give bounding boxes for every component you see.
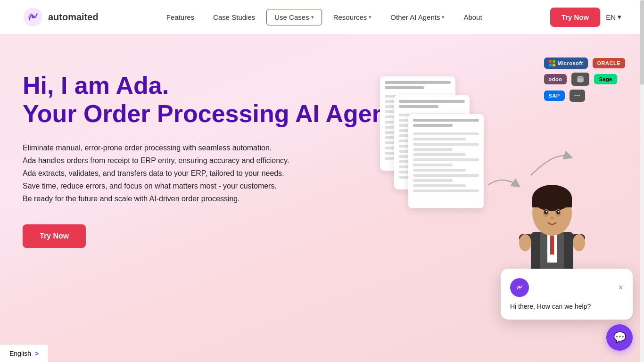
hero-title: Hi, I am Ada. Your Order Processing AI A… xyxy=(23,72,409,128)
chat-widget: 💬 xyxy=(606,324,633,351)
svg-point-1 xyxy=(32,16,34,18)
nav-resources[interactable]: Resources ▾ xyxy=(326,9,380,25)
logo-text: automaited xyxy=(48,12,99,23)
odoo-badge: odoo xyxy=(544,74,567,84)
db-badge xyxy=(571,73,589,86)
resources-chevron-icon: ▾ xyxy=(369,14,372,20)
use-cases-chevron-icon: ▾ xyxy=(311,14,314,20)
nav-other-ai-agents[interactable]: Other AI Agents ▾ xyxy=(383,9,452,25)
flow-arrow-icon xyxy=(484,171,521,199)
svg-rect-2 xyxy=(549,60,552,63)
language-chevron-icon[interactable]: > xyxy=(35,350,39,357)
hero-content: Hi, I am Ada. Your Order Processing AI A… xyxy=(23,62,409,248)
erp-logos-container: Microsoft ORACLE odoo Sage xyxy=(544,58,625,102)
svg-point-30 xyxy=(519,287,520,288)
nav-features[interactable]: Features xyxy=(159,9,202,25)
chat-popup: × Hi there, How can we help? xyxy=(501,269,633,320)
doc-card-3 xyxy=(408,114,484,208)
chat-popup-avatar xyxy=(510,278,529,297)
navbar: automaited Features Case Studies Use Cas… xyxy=(0,0,644,34)
svg-point-23 xyxy=(558,211,560,213)
nav-about[interactable]: About xyxy=(456,9,489,25)
chat-icon: 💬 xyxy=(613,331,626,344)
other-ai-agents-chevron-icon: ▾ xyxy=(442,14,445,20)
more-erp-badge: ··· xyxy=(570,90,585,102)
svg-rect-17 xyxy=(532,198,572,207)
logo-icon xyxy=(23,7,43,27)
bullet-5: Be ready for the future and scale with A… xyxy=(23,192,409,205)
bullet-1: Eliminate manual, error-prone order proc… xyxy=(23,141,409,154)
hero-illustration: Microsoft ORACLE odoo Sage xyxy=(380,48,625,293)
svg-point-24 xyxy=(550,216,554,219)
bullet-3: Ada extracts, validates, and transfers d… xyxy=(23,167,409,180)
microsoft-badge: Microsoft xyxy=(544,58,588,69)
svg-point-10 xyxy=(577,80,584,82)
nav-links: Features Case Studies Use Cases ▾ Resour… xyxy=(159,9,490,25)
nav-use-cases[interactable]: Use Cases ▾ xyxy=(266,9,322,25)
bullet-4: Save time, reduce errors, and focus on w… xyxy=(23,180,409,192)
try-now-nav-button[interactable]: Try Now xyxy=(550,8,600,27)
scrollbar-track xyxy=(640,0,644,362)
svg-rect-14 xyxy=(550,236,554,255)
svg-rect-3 xyxy=(553,60,555,63)
bullet-2: Ada handles orders from receipt to ERP e… xyxy=(23,154,409,167)
try-now-hero-button[interactable]: Try Now xyxy=(23,224,86,248)
language-label: English xyxy=(9,350,31,357)
lang-chevron-icon: ▾ xyxy=(618,13,621,21)
svg-point-28 xyxy=(573,234,585,251)
sap-badge: SAP xyxy=(544,90,565,101)
svg-rect-5 xyxy=(553,64,555,66)
hero-bullets: Eliminate manual, error-prone order proc… xyxy=(23,141,409,206)
nav-right: Try Now EN ▾ xyxy=(550,8,621,27)
nav-case-studies[interactable]: Case Studies xyxy=(206,9,263,25)
chat-popup-message: Hi there, How can we help? xyxy=(510,303,623,310)
svg-point-22 xyxy=(546,211,547,213)
scrollbar-thumb[interactable] xyxy=(640,0,644,85)
svg-point-27 xyxy=(519,234,531,251)
language-selector[interactable]: EN ▾ xyxy=(606,13,621,21)
chat-popup-header: × xyxy=(510,278,623,297)
sage-badge: Sage xyxy=(594,74,617,84)
chat-bubble-button[interactable]: 💬 xyxy=(606,324,633,351)
logo-link[interactable]: automaited xyxy=(23,7,99,27)
language-bar: English > xyxy=(0,345,48,362)
chat-popup-close-button[interactable]: × xyxy=(618,283,623,292)
oracle-badge: ORACLE xyxy=(593,58,625,68)
svg-rect-4 xyxy=(549,64,552,66)
